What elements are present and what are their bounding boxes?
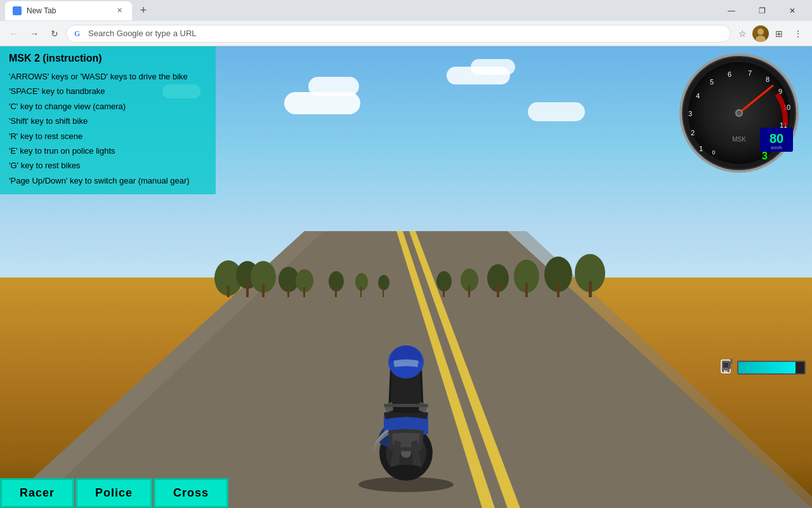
game-buttons: Racer Police Cross xyxy=(0,478,228,508)
motorcycle-svg xyxy=(349,316,463,494)
game-container: MSK 2 (instruction) 'ARROWS' keys or 'WA… xyxy=(0,46,812,508)
svg-rect-67 xyxy=(723,363,728,368)
svg-rect-22 xyxy=(383,286,384,297)
svg-rect-26 xyxy=(468,286,470,297)
svg-text:80: 80 xyxy=(769,131,783,145)
browser-frame: New Tab ✕ + — ❐ ✕ ← → ↻ G Search Google … xyxy=(0,0,812,508)
svg-text:N: N xyxy=(724,369,728,375)
fuel-pump-icon: N xyxy=(719,358,735,378)
browser-tab[interactable]: New Tab ✕ xyxy=(5,1,132,20)
svg-text:3: 3 xyxy=(688,110,692,117)
instruction-item-4: 'R' key to rest scene xyxy=(9,129,207,144)
cloud-3 xyxy=(528,102,585,121)
speedometer-svg: 1 2 3 4 5 6 7 8 9 10 11 0 12 xyxy=(679,53,799,173)
instruction-item-1: 'SPACE' key to handbrake xyxy=(9,84,207,98)
svg-text:4: 4 xyxy=(696,92,700,100)
instruction-item-2: 'C' key to change view (camera) xyxy=(9,99,207,114)
svg-text:7: 7 xyxy=(748,69,752,77)
cloud-2a xyxy=(471,59,515,75)
cross-button[interactable]: Cross xyxy=(154,478,228,508)
title-bar: New Tab ✕ + — ❐ ✕ xyxy=(0,0,812,21)
svg-text:6: 6 xyxy=(728,70,731,78)
tab-favicon xyxy=(13,6,22,15)
svg-text:8: 8 xyxy=(766,76,769,83)
fuel-status: N xyxy=(719,358,806,378)
window-controls: — ❐ ✕ xyxy=(717,0,807,21)
address-bar[interactable]: G Search Google or type a URL xyxy=(66,25,731,43)
svg-rect-16 xyxy=(303,287,305,297)
svg-rect-32 xyxy=(557,282,560,297)
extensions-button[interactable]: ⊞ xyxy=(770,25,788,43)
police-button[interactable]: Police xyxy=(75,478,152,508)
menu-button[interactable]: ⋮ xyxy=(789,25,807,43)
toolbar-icons: ☆ ⊞ ⋮ xyxy=(733,25,807,43)
minimize-button[interactable]: — xyxy=(717,0,746,21)
maximize-button[interactable]: ❐ xyxy=(747,0,776,21)
svg-rect-34 xyxy=(589,281,592,297)
instruction-item-0: 'ARROWS' keys or 'WASD' keys to drive th… xyxy=(9,69,207,84)
instruction-item-6: 'G' key to rest bikes xyxy=(9,158,207,173)
svg-point-1 xyxy=(756,36,766,42)
svg-rect-30 xyxy=(525,283,528,297)
svg-rect-28 xyxy=(497,284,499,297)
svg-text:km/h: km/h xyxy=(771,145,782,150)
instruction-item-7: 'Page Up/Down' key to switch gear (manua… xyxy=(9,173,207,188)
svg-rect-10 xyxy=(246,281,249,297)
instruction-panel: MSK 2 (instruction) 'ARROWS' keys or 'WA… xyxy=(0,46,216,194)
cloud-1a xyxy=(308,77,359,96)
address-text: Search Google or type a URL xyxy=(88,29,723,38)
fuel-bar-fill xyxy=(738,362,796,373)
svg-rect-69 xyxy=(730,359,733,364)
svg-rect-20 xyxy=(360,286,362,297)
svg-rect-14 xyxy=(287,286,289,297)
gear-display: 3 xyxy=(762,150,768,162)
google-logo: G xyxy=(74,29,83,38)
svg-point-41 xyxy=(388,465,424,475)
tab-close-button[interactable]: ✕ xyxy=(114,6,124,16)
svg-text:2: 2 xyxy=(691,129,695,137)
instruction-title: MSK 2 (instruction) xyxy=(9,53,207,64)
bookmark-button[interactable]: ☆ xyxy=(733,25,751,43)
fuel-bar-background xyxy=(737,361,806,375)
new-tab-button[interactable]: + xyxy=(134,2,152,20)
instruction-item-3: 'Shift' key to shift bike xyxy=(9,114,207,128)
back-button[interactable]: ← xyxy=(5,25,23,43)
racer-button[interactable]: Racer xyxy=(0,478,74,508)
svg-rect-18 xyxy=(335,286,337,297)
svg-text:MSK: MSK xyxy=(732,136,746,143)
svg-rect-12 xyxy=(262,284,265,297)
svg-point-61 xyxy=(737,110,742,116)
svg-text:1: 1 xyxy=(699,145,703,152)
treeline xyxy=(0,240,812,297)
forward-button[interactable]: → xyxy=(25,25,43,43)
profile-avatar[interactable] xyxy=(752,25,769,42)
close-button[interactable]: ✕ xyxy=(778,0,807,21)
browser-toolbar: ← → ↻ G Search Google or type a URL ☆ ⊞ … xyxy=(0,21,812,46)
fuel-icon: N xyxy=(719,358,735,378)
trees-svg xyxy=(0,240,812,297)
svg-point-0 xyxy=(757,29,764,35)
reload-button[interactable]: ↻ xyxy=(46,25,63,43)
instruction-item-5: 'E' key to trun on police lights xyxy=(9,144,207,158)
svg-rect-40 xyxy=(384,404,428,407)
svg-text:0: 0 xyxy=(712,149,715,156)
tab-label: New Tab xyxy=(27,6,56,15)
svg-rect-24 xyxy=(443,286,445,297)
instructions-list: 'ARROWS' keys or 'WASD' keys to drive th… xyxy=(9,69,207,188)
svg-text:5: 5 xyxy=(710,78,714,86)
speedometer-container: 1 2 3 4 5 6 7 8 9 10 11 0 12 xyxy=(679,53,806,180)
svg-rect-8 xyxy=(227,286,230,297)
